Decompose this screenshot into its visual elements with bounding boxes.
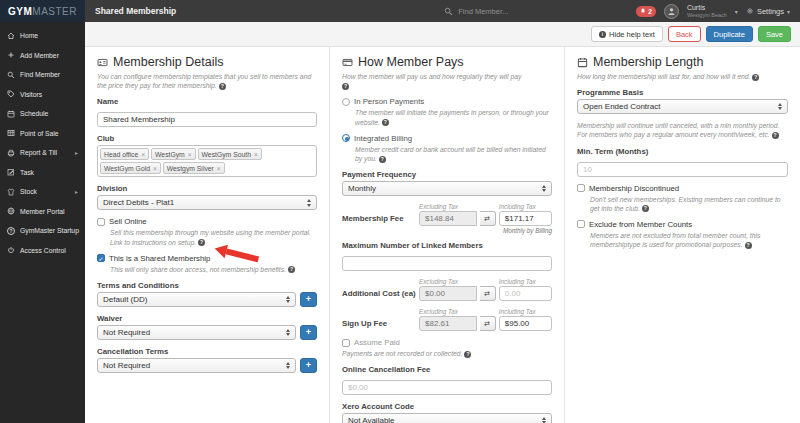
cancellation-terms-select[interactable]: Not Required	[97, 358, 296, 373]
programme-basis-field: Programme Basis Open Ended Contract	[577, 88, 788, 114]
swap-tax-icon[interactable]: ⇄	[480, 286, 496, 301]
shared-membership-checkbox[interactable]: ✓	[97, 254, 105, 262]
terms-select[interactable]: Default (DD)	[97, 292, 296, 307]
sidebar-item-access-control[interactable]: Access Control	[0, 241, 85, 261]
user-icon	[667, 7, 676, 16]
sell-online-label[interactable]: Sell Online	[109, 217, 147, 226]
gymmaster-logo[interactable]: GYMMASTER	[0, 0, 85, 22]
chevron-down-icon[interactable]: ▾	[735, 8, 738, 15]
help-icon[interactable]: ?	[342, 83, 349, 90]
swap-tax-icon[interactable]: ⇄	[480, 316, 496, 331]
in-person-payments-radio[interactable]	[342, 98, 350, 106]
club-tag-label: WestGym Gold	[104, 165, 150, 172]
integrated-billing-label[interactable]: Integrated Billing	[354, 134, 412, 143]
user-menu[interactable]: Curtis Westgym Beach	[687, 4, 727, 18]
hide-help-text-button[interactable]: i Hide help text	[591, 26, 663, 42]
section-help-text: You can configure membership templates t…	[97, 72, 317, 90]
help-icon[interactable]: ?	[219, 83, 226, 90]
name-field: Name	[97, 97, 317, 127]
membership-discontinued-label[interactable]: Membership Discontinued	[589, 184, 679, 193]
help-icon[interactable]: ?	[464, 351, 471, 358]
min-term-input[interactable]	[577, 162, 788, 177]
integrated-billing-help: Member credit card or bank account will …	[355, 145, 552, 163]
sidebar-item-label: Find Member	[20, 71, 60, 78]
xero-account-code-select[interactable]: Not Available	[342, 413, 552, 423]
help-icon[interactable]: ?	[382, 119, 389, 126]
sidebar-item-label: Stock	[20, 188, 37, 195]
how-member-pays-header: How Member Pays	[342, 55, 552, 69]
swap-tax-icon[interactable]: ⇄	[480, 211, 496, 226]
remove-tag-icon[interactable]: ×	[188, 151, 192, 158]
sidebar-item-label: GymMaster Startup	[20, 227, 79, 234]
help-text: How the member will pay us and how regul…	[342, 73, 521, 80]
form-panel: Membership Details You can configure mem…	[85, 46, 800, 423]
sidebar-item-add-member[interactable]: Add Member	[0, 46, 85, 66]
sell-online-checkbox[interactable]	[97, 218, 105, 226]
search-input[interactable]	[458, 7, 568, 16]
programme-basis-select[interactable]: Open Ended Contract	[577, 99, 788, 114]
programme-basis-label: Programme Basis	[577, 88, 788, 97]
online-cancellation-fee-input[interactable]	[342, 380, 552, 395]
notifications-badge[interactable]: 2	[636, 6, 656, 17]
remove-tag-icon[interactable]: ×	[141, 151, 145, 158]
additional-cost-incl-input[interactable]	[499, 286, 552, 301]
select-arrows-icon	[542, 185, 546, 193]
select-arrows-icon	[778, 103, 782, 111]
help-icon[interactable]: ?	[379, 156, 386, 163]
help-icon[interactable]: ?	[772, 132, 779, 139]
sidebar-item-point-of-sale[interactable]: Point of Sale	[0, 124, 85, 144]
sidebar-item-stock[interactable]: Stock ▸	[0, 182, 85, 202]
in-person-payments-label[interactable]: In Person Payments	[354, 97, 424, 106]
membership-discontinued-help: Don't sell new memberships. Existing mem…	[590, 195, 788, 213]
name-input[interactable]	[97, 112, 317, 127]
sidebar-item-report-till[interactable]: Report & Till ▸	[0, 143, 85, 163]
club-field: Club Head office× WestGym× WestGym South…	[97, 134, 317, 177]
sidebar-item-visitors[interactable]: Visitors	[0, 85, 85, 105]
sign-up-fee-excl-input[interactable]	[419, 316, 477, 331]
add-terms-button[interactable]: +	[300, 292, 317, 307]
hide-help-text-label: Hide help text	[609, 30, 655, 39]
shared-membership-label[interactable]: This is a Shared Membership	[109, 254, 210, 263]
assume-paid-checkbox[interactable]	[342, 339, 350, 347]
add-waiver-button[interactable]: +	[300, 325, 317, 340]
waiver-select[interactable]: Not Required	[97, 325, 296, 340]
club-tag-box[interactable]: Head office× WestGym× WestGym South× Wes…	[97, 145, 317, 177]
sidebar-item-schedule[interactable]: Schedule	[0, 104, 85, 124]
payment-frequency-select[interactable]: Monthly	[342, 181, 552, 196]
help-icon[interactable]: ?	[642, 205, 649, 212]
settings-menu[interactable]: Settings ▾	[746, 7, 790, 16]
sidebar-item-home[interactable]: Home	[0, 26, 85, 46]
sidebar-item-find-member[interactable]: Find Member	[0, 65, 85, 85]
sidebar-item-member-portal[interactable]: Member Portal	[0, 202, 85, 222]
division-select[interactable]: Direct Debits - Plat1	[97, 195, 317, 210]
linked-members-input[interactable]	[342, 256, 552, 271]
membership-length-header: Membership Length	[577, 55, 788, 69]
sign-up-fee-incl-input[interactable]	[499, 316, 552, 331]
help-icon[interactable]: ?	[752, 74, 759, 81]
additional-cost-excl-input[interactable]	[419, 286, 477, 301]
remove-tag-icon[interactable]: ×	[254, 151, 258, 158]
help-icon[interactable]: ?	[198, 239, 205, 246]
gear-icon	[746, 7, 754, 15]
programme-basis-value: Open Ended Contract	[583, 102, 660, 111]
help-icon[interactable]: ?	[288, 266, 295, 273]
back-button[interactable]: Back	[668, 26, 701, 42]
sidebar-item-gymmaster-startup[interactable]: ? GymMaster Startup	[0, 221, 85, 241]
sidebar-item-task[interactable]: Task	[0, 163, 85, 183]
assume-paid-label[interactable]: Assume Paid	[354, 338, 400, 347]
duplicate-button[interactable]: Duplicate	[706, 26, 753, 42]
membership-discontinued-checkbox[interactable]	[577, 184, 585, 192]
exclude-member-counts-checkbox[interactable]	[577, 220, 585, 228]
integrated-billing-radio[interactable]	[342, 134, 350, 142]
save-button[interactable]: Save	[758, 26, 791, 42]
help-icon[interactable]: ?	[745, 242, 752, 249]
membership-length-section: Membership Length How long the membershi…	[565, 47, 800, 423]
add-cancellation-terms-button[interactable]: +	[300, 358, 317, 373]
membership-fee-incl-input[interactable]	[499, 211, 552, 226]
remove-tag-icon[interactable]: ×	[217, 165, 221, 172]
remove-tag-icon[interactable]: ×	[153, 165, 157, 172]
terms-field: Terms and Conditions Default (DD) +	[97, 281, 317, 307]
exclude-member-counts-label[interactable]: Exclude from Member Counts	[589, 220, 692, 229]
membership-fee-excl-input[interactable]	[419, 211, 477, 226]
avatar[interactable]	[664, 4, 679, 19]
